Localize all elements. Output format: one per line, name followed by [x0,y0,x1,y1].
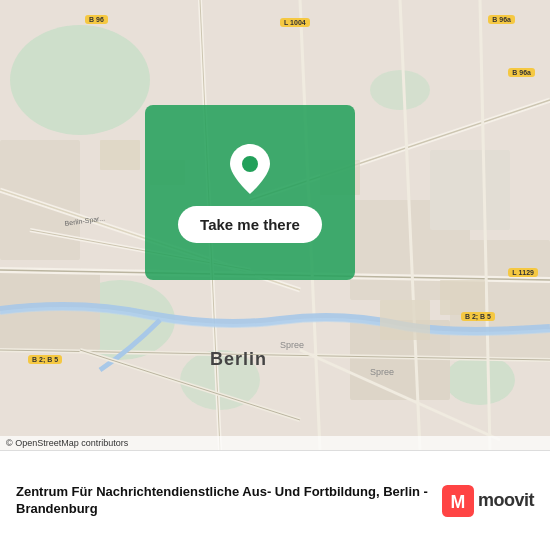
svg-point-39 [242,156,258,172]
moovit-text: moovit [478,490,534,511]
info-text-block: Zentrum Für Nachrichtendienstliche Aus- … [16,484,430,518]
badge-b2b5-left: B 2; B 5 [28,355,62,364]
map-attribution: © OpenStreetMap contributors [0,436,550,450]
svg-point-1 [10,25,150,135]
svg-rect-28 [100,140,140,170]
badge-b96a-top: B 96a [488,15,515,24]
map-area: Berlin-Spar... Spree Spree B 96 B 96a B … [0,0,550,450]
svg-point-5 [445,355,515,405]
badge-b96a-right: B 96a [508,68,535,77]
moovit-icon: M [442,485,474,517]
svg-text:Spree: Spree [280,340,304,350]
svg-text:Spree: Spree [370,367,394,377]
badge-l1004: L 1004 [280,18,310,27]
info-bar: Zentrum Für Nachrichtendienstliche Aus- … [0,450,550,550]
destination-highlight: Take me there [145,105,355,280]
berlin-city-label: Berlin [210,349,267,370]
svg-text:M: M [451,492,466,512]
take-me-there-button[interactable]: Take me there [178,206,322,243]
location-pin-icon [228,142,272,196]
badge-b96: B 96 [85,15,108,24]
badge-l1129: L 1129 [508,268,538,277]
svg-rect-32 [440,280,485,315]
moovit-logo: M moovit [442,485,534,517]
svg-point-6 [370,70,430,110]
badge-b2b5-right: B 2; B 5 [461,312,495,321]
app-container: Berlin-Spar... Spree Spree B 96 B 96a B … [0,0,550,550]
destination-title: Zentrum Für Nachrichtendienstliche Aus- … [16,484,430,518]
svg-rect-7 [0,140,80,260]
svg-rect-12 [430,150,510,230]
svg-rect-31 [380,300,430,340]
